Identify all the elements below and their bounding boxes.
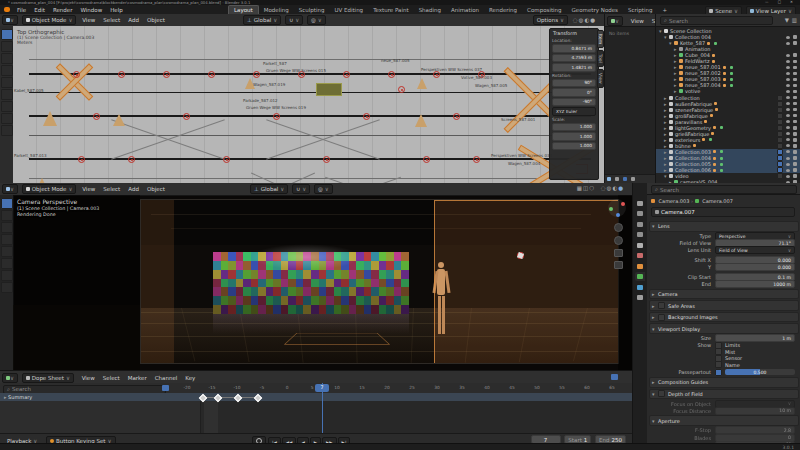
eye-icon[interactable] <box>786 102 790 105</box>
blender-logo-icon[interactable] <box>4 7 10 12</box>
eye-icon[interactable] <box>786 84 790 87</box>
camera-view-icon[interactable] <box>614 249 623 257</box>
render-camera-icon[interactable] <box>793 162 797 166</box>
eye-icon[interactable] <box>786 163 790 166</box>
eye-icon[interactable] <box>786 126 790 129</box>
render-camera-icon[interactable] <box>793 66 797 70</box>
checkbox-name[interactable] <box>715 361 722 368</box>
properties-tab-7[interactable] <box>635 272 645 281</box>
options-dropdown[interactable]: Options∨ <box>533 15 568 25</box>
navigation-gizmo[interactable] <box>608 199 626 217</box>
panel-header-camera[interactable]: ▸Camera <box>649 289 799 300</box>
eye-icon[interactable] <box>786 42 790 45</box>
speaker-triangle[interactable] <box>417 78 427 89</box>
panel-header-depth-of-field[interactable]: ▾Depth of Field <box>649 389 799 400</box>
render-camera-icon[interactable] <box>793 41 797 45</box>
workspace-tab-animation[interactable]: Animation <box>446 6 484 14</box>
exclude-checkbox[interactable] <box>777 107 783 113</box>
eye-icon[interactable] <box>786 144 790 147</box>
tool-button[interactable] <box>1 29 13 40</box>
camera-menu-object[interactable]: Object <box>143 185 169 193</box>
ortho-menu-view[interactable]: View <box>78 16 99 24</box>
prop-end[interactable]: 1000 m <box>715 280 795 288</box>
axis-z-dot[interactable] <box>616 213 620 217</box>
eye-icon[interactable] <box>786 108 790 111</box>
mode-dropdown[interactable]: Object Mode∨ <box>22 15 77 25</box>
render-camera-icon[interactable] <box>793 144 797 148</box>
axis-x-dot[interactable] <box>621 202 625 206</box>
light-fixture-marker[interactable] <box>453 113 460 120</box>
eye-icon[interactable] <box>786 54 790 57</box>
technical-drawing[interactable]: Top Orthographic (1) Scene Collection | … <box>13 26 604 183</box>
eye-icon[interactable] <box>786 78 790 81</box>
transform-field[interactable]: 0.8471 m <box>552 44 596 53</box>
properties-editor[interactable]: ⌕Search Camera.003 › Camera.007 Camera.0… <box>632 183 800 443</box>
ortho-menu-object[interactable]: Object <box>143 16 169 24</box>
workspace-tab-sculpting[interactable]: Sculpting <box>294 6 330 14</box>
render-camera-icon[interactable] <box>793 35 797 39</box>
perspective-toggle-icon[interactable] <box>614 261 623 269</box>
properties-tab-9[interactable] <box>635 293 645 302</box>
passepartout-slider[interactable]: 0.500 <box>725 369 795 375</box>
record-icon[interactable] <box>50 439 54 443</box>
prop-focus-distance[interactable]: 10 m <box>715 407 795 415</box>
workspace-tab-rendering[interactable]: Rendering <box>484 6 522 14</box>
camera-menu-select[interactable]: Select <box>99 185 124 193</box>
workspace-add-button[interactable]: + <box>657 6 672 14</box>
light-fixture-marker[interactable] <box>363 113 370 120</box>
transform-field[interactable]: 0° <box>552 88 596 97</box>
eye-icon[interactable] <box>786 96 790 99</box>
proportional-edit-icon[interactable]: ◎∨ <box>307 15 326 25</box>
eye-icon[interactable] <box>786 138 790 141</box>
properties-tab-1[interactable] <box>635 209 645 218</box>
filter-selected-icon[interactable] <box>162 385 169 391</box>
exclude-checkbox[interactable] <box>777 113 783 119</box>
properties-tab-5[interactable] <box>635 251 645 260</box>
ortho-viewport[interactable]: ∨ Object Mode∨ ViewSelectAddObject ⊥Glob… <box>0 14 604 183</box>
mini-editor[interactable]: ∨ ViewSelect No items <box>604 14 656 183</box>
light-fixture-marker[interactable] <box>223 156 230 163</box>
breadcrumb-data[interactable]: Camera.007 <box>702 198 733 204</box>
dope-menu-key[interactable]: Key <box>181 374 199 382</box>
menu-window[interactable]: Window <box>76 6 106 14</box>
light-fixture-marker[interactable] <box>273 113 280 120</box>
light-fixture-marker[interactable] <box>208 71 215 78</box>
render-camera-icon[interactable] <box>793 53 797 57</box>
ortho-menu-add[interactable]: Add <box>124 16 143 24</box>
render-camera-icon[interactable] <box>793 102 797 106</box>
n-panel-tab-tool[interactable]: Tool <box>597 50 604 67</box>
prop-y[interactable]: 0.000 <box>715 263 795 271</box>
sync-range-icon[interactable] <box>611 374 618 380</box>
transform-field[interactable]: 4.7593 m <box>552 54 596 63</box>
exclude-checkbox[interactable] <box>777 101 783 107</box>
workspace-tab-layout[interactable]: Layout <box>228 5 259 14</box>
properties-tab-6[interactable] <box>635 262 645 271</box>
outliner-filter-icon[interactable]: ▼ <box>785 17 789 23</box>
eye-icon[interactable] <box>786 120 790 123</box>
light-fixture-marker[interactable] <box>93 113 100 120</box>
tool-button[interactable] <box>1 246 13 257</box>
light-fixture-marker[interactable] <box>398 86 405 93</box>
eye-icon[interactable] <box>786 36 790 39</box>
exclude-checkbox[interactable] <box>777 137 783 143</box>
transform-field[interactable]: 90° <box>552 79 596 88</box>
keyframe-diamond[interactable] <box>234 393 242 401</box>
tool-button[interactable] <box>1 65 13 76</box>
render-camera-icon[interactable] <box>793 126 797 130</box>
properties-tab-4[interactable] <box>635 241 645 250</box>
light-fixture-marker[interactable] <box>183 113 190 120</box>
passepartout-checkbox[interactable] <box>715 369 722 376</box>
eye-icon[interactable] <box>786 157 790 160</box>
shading-mode-icons[interactable]: ◌◍◐● <box>601 185 624 191</box>
selected-volume-overlay[interactable] <box>434 200 619 364</box>
eye-icon[interactable] <box>786 150 790 153</box>
panel-header-background-images[interactable]: ▸Background Images <box>649 312 799 323</box>
panel-checkbox[interactable] <box>658 302 665 309</box>
light-fixture-marker[interactable] <box>473 156 480 163</box>
prop-lens-unit[interactable]: Field of View∨ <box>715 246 795 254</box>
id-name-field[interactable]: Camera.007 <box>651 207 795 217</box>
render-camera-icon[interactable] <box>793 60 797 64</box>
exclude-checkbox[interactable] <box>777 95 783 101</box>
workspace-tab-shading[interactable]: Shading <box>414 6 446 14</box>
speaker-triangle[interactable] <box>113 114 125 126</box>
